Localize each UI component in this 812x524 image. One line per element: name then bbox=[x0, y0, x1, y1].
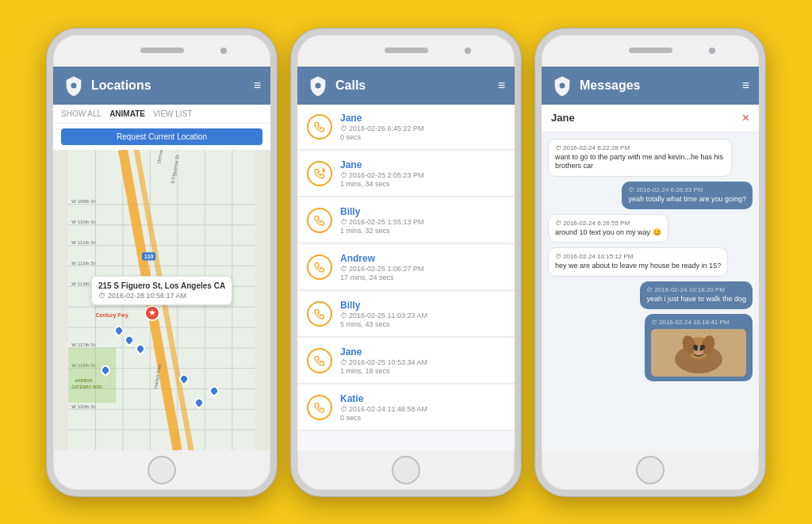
locations-header: Locations ≡ bbox=[53, 67, 270, 105]
call-item-1[interactable]: Jane ⏱2016-02-25 2:05:23 PM 1 mins, 34 s… bbox=[297, 151, 515, 197]
home-button-2[interactable] bbox=[392, 456, 420, 484]
phones-container: Locations ≡ SHOW ALL ANIMATE VIEW LIST R… bbox=[31, 13, 781, 512]
clock-icon: ⏱ bbox=[98, 292, 105, 300]
message-3: ⏱2016-02-24 10:15:12 PM hey we are about… bbox=[548, 247, 728, 277]
call-item-2[interactable]: Billy ⏱2016-02-25 1:55:13 PM 1 mins, 32 … bbox=[297, 198, 515, 243]
phone-calls: Calls ≡ Jane ⏱2016-02-26 6:45:22 PM 0 se… bbox=[291, 29, 521, 496]
msg-time-5: ⏱2016-02-24 10:18:41 PM bbox=[651, 319, 746, 326]
message-5: ⏱2016-02-24 10:18:41 PM bbox=[645, 314, 753, 381]
call-time-4: ⏱2016-02-25 11:03:23 AM bbox=[340, 312, 505, 319]
call-item-5[interactable]: Jane ⏱2016-02-25 10:53:34 AM 1 mins, 18 … bbox=[297, 338, 515, 384]
locations-controls: SHOW ALL ANIMATE VIEW LIST bbox=[53, 105, 270, 124]
svg-point-48 bbox=[700, 348, 703, 350]
call-name-4: Billy bbox=[340, 300, 505, 311]
message-4: ⏱2016-02-24 10:18:20 PM yeah i just have… bbox=[640, 281, 753, 309]
svg-text:HARBOR: HARBOR bbox=[75, 377, 93, 382]
msg-text-2: around 10 text you on my way 😊 bbox=[555, 228, 661, 238]
show-all-btn[interactable]: SHOW ALL bbox=[61, 109, 102, 118]
messages-list: ⏱2016-02-24 6:22:28 PM want to go to the… bbox=[542, 132, 759, 450]
call-item-3[interactable]: Andrew ⏱2016-02-25 1:06:27 PM 17 mins, 2… bbox=[297, 245, 515, 290]
call-item-6[interactable]: Katie ⏱2016-02-24 11:46:58 AM 0 secs bbox=[297, 385, 515, 430]
phone-top-1 bbox=[53, 35, 270, 67]
message-1: ⏱2016-02-24 6:26:33 PM yeah totally what… bbox=[622, 182, 753, 209]
svg-point-47 bbox=[695, 348, 698, 350]
msg-text-1: yeah totally what time are you going? bbox=[628, 195, 746, 205]
call-icon-4 bbox=[307, 301, 332, 327]
location-pin-2 bbox=[124, 335, 134, 345]
call-name-2: Billy bbox=[340, 206, 505, 217]
speaker-2 bbox=[385, 48, 428, 53]
msg-time-2: ⏱2016-02-24 6:26:55 PM bbox=[555, 220, 661, 227]
message-0: ⏱2016-02-24 6:22:28 PM want to go to the… bbox=[548, 139, 732, 177]
svg-text:W 112th St: W 112th St bbox=[71, 260, 95, 265]
call-duration-4: 5 mins, 43 secs bbox=[340, 320, 505, 328]
shield-icon bbox=[63, 75, 85, 97]
call-icon-1 bbox=[307, 161, 332, 186]
location-pin-5 bbox=[179, 374, 189, 384]
home-button-1[interactable] bbox=[147, 456, 176, 484]
location-pin-6 bbox=[209, 386, 219, 396]
screen-locations: Locations ≡ SHOW ALL ANIMATE VIEW LIST R… bbox=[53, 67, 270, 450]
location-pin-7 bbox=[194, 398, 204, 407]
call-name-1: Jane bbox=[340, 159, 505, 170]
camera-3 bbox=[709, 48, 715, 54]
hamburger-menu-3[interactable]: ≡ bbox=[742, 78, 749, 93]
msg-text-4: yeah i just have to walk the dog bbox=[646, 295, 746, 304]
calls-header: Calls ≡ bbox=[297, 67, 515, 105]
hamburger-menu-2[interactable]: ≡ bbox=[498, 78, 505, 93]
phone-messages: Messages ≡ Jane × ⏱2016-02-24 6:22:28 PM… bbox=[535, 29, 765, 496]
screen-calls: Calls ≡ Jane ⏱2016-02-26 6:45:22 PM 0 se… bbox=[297, 67, 515, 450]
call-icon-3 bbox=[307, 254, 332, 280]
call-duration-3: 17 mins, 24 secs bbox=[340, 273, 505, 281]
call-time-5: ⏱2016-02-25 10:53:34 AM bbox=[340, 358, 505, 366]
msg-time-4: ⏱2016-02-24 10:18:20 PM bbox=[646, 286, 746, 293]
msg-time-3: ⏱2016-02-24 10:15:12 PM bbox=[555, 253, 721, 260]
svg-text:W 109th St: W 109th St bbox=[71, 199, 95, 204]
home-button-3[interactable] bbox=[636, 456, 665, 484]
phone-top-2 bbox=[297, 35, 515, 67]
messages-header: Messages ≡ bbox=[542, 67, 759, 105]
svg-text:W 111th St: W 111th St bbox=[71, 239, 95, 244]
map-tooltip: 215 S Figuero St, Los Angeles CA ⏱ 2016-… bbox=[91, 276, 232, 305]
location-pin-4 bbox=[101, 365, 110, 375]
svg-text:Century Fwy: Century Fwy bbox=[95, 312, 128, 319]
calls-list[interactable]: Jane ⏱2016-02-26 6:45:22 PM 0 secs Jane bbox=[297, 105, 515, 450]
svg-text:W 120th St: W 120th St bbox=[71, 404, 95, 408]
call-icon-5 bbox=[307, 348, 332, 373]
call-name-5: Jane bbox=[340, 346, 505, 358]
camera-1 bbox=[220, 48, 227, 54]
close-contact-btn[interactable]: × bbox=[742, 111, 749, 125]
call-time-3: ⏱2016-02-25 1:06:27 PM bbox=[340, 265, 505, 273]
call-info-3: Andrew ⏱2016-02-25 1:06:27 PM 17 mins, 2… bbox=[340, 253, 505, 281]
call-icon-6 bbox=[307, 395, 332, 420]
svg-point-37 bbox=[316, 82, 321, 88]
calls-title: Calls bbox=[335, 78, 492, 93]
call-icon-2 bbox=[307, 208, 332, 233]
call-time-1: ⏱2016-02-25 2:05:23 PM bbox=[340, 171, 505, 179]
animate-btn[interactable]: ANIMATE bbox=[109, 109, 145, 118]
call-item-0[interactable]: Jane ⏱2016-02-26 6:45:22 PM 0 secs bbox=[297, 105, 515, 150]
msg-text-3: hey we are about to leave my house be re… bbox=[555, 262, 721, 271]
call-duration-6: 0 secs bbox=[340, 414, 505, 422]
map-container: 110 W 109th St W 110th St W 111th St W 1… bbox=[53, 150, 270, 450]
call-info-6: Katie ⏱2016-02-24 11:46:58 AM 0 secs bbox=[340, 393, 505, 422]
call-name-0: Jane bbox=[340, 113, 505, 124]
svg-text:GATEWAY NOR...: GATEWAY NOR... bbox=[71, 384, 105, 389]
call-duration-2: 1 mins, 32 secs bbox=[340, 227, 505, 235]
msg-text-0: want to go to the party with me and kevi… bbox=[555, 153, 725, 171]
location-pin-1 bbox=[114, 326, 124, 335]
phone-bottom-1 bbox=[53, 450, 270, 490]
call-time-6: ⏱2016-02-24 11:46:58 AM bbox=[340, 405, 505, 413]
message-2: ⏱2016-02-24 6:26:55 PM around 10 text yo… bbox=[548, 214, 668, 243]
svg-text:W 117th St: W 117th St bbox=[71, 342, 95, 347]
call-item-4[interactable]: Billy ⏱2016-02-25 11:03:23 AM 5 mins, 43… bbox=[297, 292, 515, 337]
screen-messages: Messages ≡ Jane × ⏱2016-02-24 6:22:28 PM… bbox=[542, 67, 759, 450]
call-name-3: Andrew bbox=[340, 253, 505, 264]
view-list-btn[interactable]: VIEW LIST bbox=[153, 109, 192, 118]
request-location-btn[interactable]: Request Current Location bbox=[61, 128, 262, 145]
hamburger-menu-1[interactable]: ≡ bbox=[254, 78, 261, 93]
messages-contact-bar: Jane × bbox=[542, 105, 759, 132]
tooltip-address: 215 S Figuero St, Los Angeles CA bbox=[98, 281, 225, 290]
phone-top-3 bbox=[542, 35, 759, 67]
msg-time-1: ⏱2016-02-24 6:26:33 PM bbox=[628, 186, 746, 193]
